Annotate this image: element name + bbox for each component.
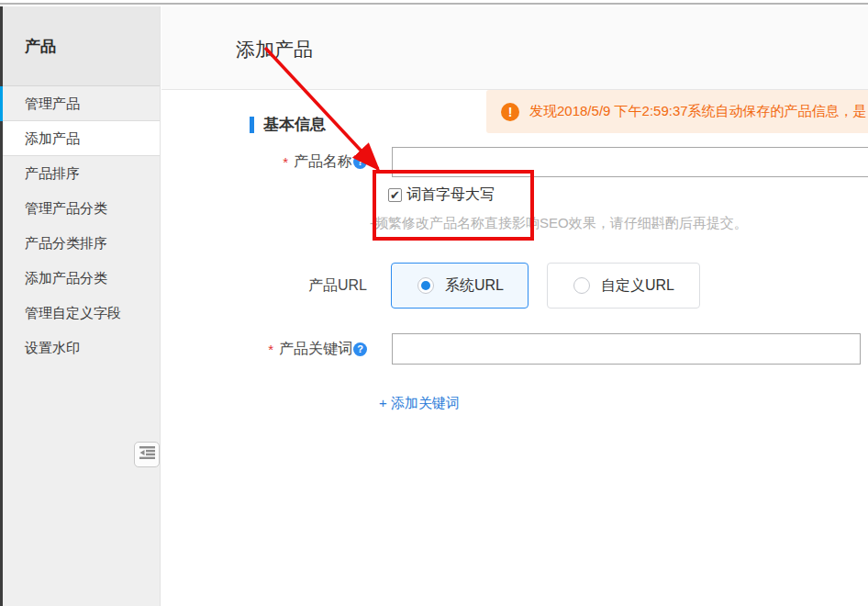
sidebar-item-product-sort[interactable]: 产品排序 (0, 156, 160, 191)
product-url-label: 产品URL (308, 276, 367, 296)
system-url-label: 系统URL (445, 276, 504, 296)
system-url-option[interactable]: 系统URL (391, 263, 529, 309)
product-name-hint: -频繁修改产品名称直接影响SEO效果，请仔细斟酌后再提交。 (370, 215, 748, 232)
add-keyword-link[interactable]: + 添加关键词 (379, 395, 460, 412)
required-mark: * (268, 342, 273, 357)
section-accent-bar (250, 117, 254, 133)
page-title: 添加产品 (236, 37, 313, 62)
capitalize-checkbox-row: ✔ 词首字母大写 (388, 185, 495, 205)
product-keywords-label-row: * 产品关键词 ? (250, 333, 367, 365)
alert-exclamation-icon: ! (501, 103, 519, 121)
product-url-label-row: 产品URL (250, 263, 367, 309)
sidebar-title: 产品 (0, 6, 160, 86)
help-question-icon[interactable]: ? (353, 155, 367, 169)
radio-unselected-icon (573, 277, 590, 294)
sidebar-item-watermark[interactable]: 设置水印 (0, 331, 160, 365)
capitalize-checkbox[interactable]: ✔ (388, 188, 402, 202)
help-question-icon[interactable]: ? (353, 342, 367, 356)
capitalize-checkbox-label: 词首字母大写 (406, 185, 495, 205)
section-basic-info: 基本信息 (250, 114, 326, 135)
sidebar-item-add-category[interactable]: 添加产品分类 (0, 261, 160, 296)
page: 产品 管理产品 添加产品 产品排序 管理产品分类 产品分类排序 添加产品分类 管… (0, 0, 868, 606)
page-header: 添加产品 (161, 6, 868, 90)
autosave-notification[interactable]: ! 发现2018/5/9 下午2:59:37系统自动保存的产品信息，是 (486, 90, 868, 133)
product-keywords-input[interactable] (392, 333, 861, 365)
product-name-label-row: * 产品名称 ? (250, 147, 367, 176)
section-title: 基本信息 (263, 114, 326, 135)
menu-fold-icon (139, 446, 155, 463)
custom-url-option[interactable]: 自定义URL (547, 263, 700, 309)
product-name-label: 产品名称 (294, 152, 352, 172)
sidebar-item-manage-categories[interactable]: 管理产品分类 (0, 191, 160, 226)
sidebar-item-category-sort[interactable]: 产品分类排序 (0, 226, 160, 261)
notification-text: 发现2018/5/9 下午2:59:37系统自动保存的产品信息，是 (529, 103, 867, 120)
product-keywords-label: 产品关键词 (279, 340, 352, 359)
content-area: ! 发现2018/5/9 下午2:59:37系统自动保存的产品信息，是 基本信息… (161, 90, 868, 606)
sidebar-item-custom-fields[interactable]: 管理自定义字段 (0, 296, 160, 331)
custom-url-label: 自定义URL (601, 276, 674, 296)
radio-selected-icon (417, 277, 434, 294)
sidebar-collapse-button[interactable] (134, 442, 160, 467)
sidebar-active-indicator (0, 86, 3, 121)
sidebar-item-manage-products[interactable]: 管理产品 (0, 86, 160, 121)
product-name-input[interactable] (392, 147, 868, 177)
required-mark: * (283, 154, 288, 170)
sidebar: 产品 管理产品 添加产品 产品排序 管理产品分类 产品分类排序 添加产品分类 管… (0, 6, 161, 606)
sidebar-item-add-product[interactable]: 添加产品 (0, 121, 160, 156)
top-border (0, 0, 868, 5)
